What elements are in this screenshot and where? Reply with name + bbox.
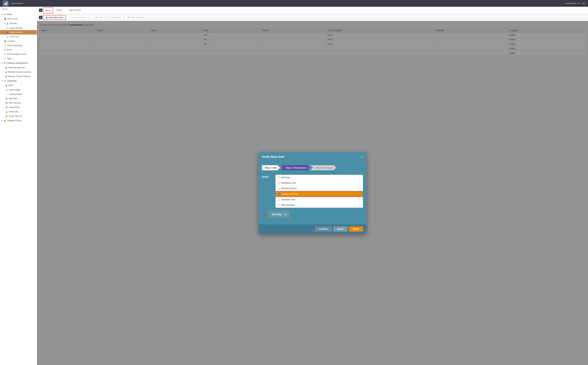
users-icon: 👥: [6, 31, 9, 34]
gear-icon: ⚙: [4, 13, 6, 15]
roles-label: Roles:: [262, 175, 272, 208]
reset-password-button[interactable]: 🔑 Reset Password: [125, 15, 147, 20]
sidebar-item-login-settings[interactable]: 🔑 Login Settings: [0, 26, 37, 30]
sidebar-item-marketo-custom-objects[interactable]: ▦ Marketo Custom Objects: [0, 74, 37, 78]
api-only-box: API Only: ☑: [269, 211, 290, 218]
sidebar-item-location[interactable]: 🌍 Location: [0, 39, 37, 43]
api-only-section: ➜ API Only: ☑: [262, 211, 363, 218]
sidebar-item-email[interactable]: ✉ Email: [0, 48, 37, 52]
tab-roles[interactable]: Roles: [54, 7, 65, 14]
step-badge-1: 1: [39, 9, 42, 12]
back-button[interactable]: BACK: [333, 226, 348, 232]
tag-icon: 🏷: [4, 57, 6, 60]
web-icon: 🌐: [5, 102, 8, 104]
role-checkbox-api-role[interactable]: [278, 176, 280, 179]
sidebar-item-marketo-custom-activities[interactable]: ▦ Marketo Custom Activities: [0, 70, 37, 74]
sidebar-group-admin[interactable]: ▾ ⚙ Admin: [0, 12, 37, 17]
sidebar-item-crm[interactable]: ▦ CRM: [0, 83, 37, 88]
roles-section: Roles: API Role Marketing User: [262, 175, 363, 208]
bulb-icon: 💡: [4, 44, 6, 47]
content-area: All users who have access to the segment…: [37, 21, 588, 365]
svg-rect-3: [7, 2, 7, 5]
wizard-step-1[interactable]: Step 1: Info: [262, 165, 280, 170]
role-checkbox-web-designer[interactable]: [278, 204, 280, 206]
sidebar-item-smart-campaign[interactable]: 💡 Smart Campaign: [0, 43, 37, 48]
license-icon: 📄: [69, 16, 72, 19]
sidebar-group-integration[interactable]: ▾ 🔗 Integration: [0, 78, 37, 83]
page-icon: 📄: [5, 93, 8, 95]
sidebar-group-database[interactable]: ▾ 🗄 Database Management: [0, 61, 37, 65]
munchkin-icon: 👾: [5, 98, 8, 100]
link-icon: 🔗: [4, 80, 6, 82]
role-item-marketo-source[interactable]: Marketo Source: [276, 186, 363, 191]
svg-rect-2: [6, 2, 7, 5]
sidebar-item-audit-trail[interactable]: 📋 Audit Trail: [0, 35, 37, 39]
next-button[interactable]: NEXT: [349, 226, 363, 232]
lock-icon: 🔒: [6, 22, 9, 25]
top-bar: segmentiodev Notifications: 12 Ilya: [0, 0, 588, 7]
grid-icon: ▦: [5, 75, 7, 77]
grid-icon: ▦: [5, 84, 7, 87]
tab-users[interactable]: Users: [43, 7, 53, 13]
role-item-sample-api-role[interactable]: Sample API Role: [276, 191, 363, 197]
sidebar-item-users-roles[interactable]: 👥 Users & Roles: [0, 30, 37, 35]
wizard-step-2[interactable]: Step 2: Permissions: [280, 165, 310, 170]
modal-close-button[interactable]: ×: [361, 155, 363, 159]
wizard-step-3[interactable]: Step 3: Message: [310, 165, 336, 170]
role-item-marketing-user[interactable]: Marketing User: [276, 180, 363, 186]
role-checkbox-marketing-user[interactable]: [278, 182, 280, 184]
sidebar-item-communication-limits[interactable]: ⊙ Communication Limits: [0, 52, 37, 56]
role-item-api-role[interactable]: API Role: [276, 175, 363, 180]
sidebar-item-munchkin[interactable]: 👾 Munchkin: [0, 96, 37, 101]
modal-body: Step 1: Info Step 2: Permissions Step 3:…: [259, 161, 366, 224]
sidebar-group-treasure-chest[interactable]: ▸ 💰 Treasure Chest: [0, 118, 37, 123]
clipboard-icon: 📋: [6, 36, 9, 38]
sidebar-item-field-management[interactable]: ▦ Field Management: [0, 65, 37, 70]
step-badge-2: 2: [39, 16, 42, 19]
sidebar: Admin... ▾ ⚙ Admin 👤 My Account ▾ 🔒 Secu…: [0, 7, 37, 365]
trash-icon: 🗑: [108, 16, 110, 19]
user-label[interactable]: Ilya: [582, 2, 585, 5]
arrow-icon: ▾: [2, 80, 3, 82]
modal-footer: CANCEL BACK NEXT: [259, 224, 366, 234]
role-checkbox-sample-api-role[interactable]: [278, 193, 280, 195]
modal-overlay: Invite New User × Step 1: Info Step: [37, 21, 588, 365]
roles-list: API Role Marketing User Marketo Source: [275, 175, 363, 208]
invite-new-user-button[interactable]: 👤 Invite New User: [43, 15, 66, 20]
sidebar-item-landing-pages[interactable]: 📄 Landing Pages: [0, 92, 37, 96]
sidebar-item-web-services[interactable]: 🌐 Web Services: [0, 101, 37, 105]
svg-rect-1: [5, 3, 6, 5]
role-checkbox-marketo-source[interactable]: [278, 187, 280, 190]
edit-user-button[interactable]: ✏ Edit User: [90, 15, 105, 20]
sidebar-item-single-sign-on[interactable]: 🔐 Single Sign-On: [0, 114, 37, 118]
issue-license-button[interactable]: 📄 Issue License ▾: [67, 15, 89, 20]
sidebar-group-security[interactable]: ▾ 🔒 Security: [0, 21, 37, 26]
top-bar-right: Notifications: 12 Ilya: [565, 2, 585, 5]
logo-icon[interactable]: [3, 0, 9, 6]
toolbar: 2 👤 Invite New User 📄 Issue License ▾ ✏ …: [37, 14, 588, 21]
notifications-label[interactable]: Notifications: 12: [565, 2, 579, 5]
sidebar-item-tags[interactable]: 🏷 Tags: [0, 56, 37, 61]
role-item-standard-user[interactable]: Standard User: [276, 197, 363, 202]
tab-login-history[interactable]: Login History: [65, 7, 84, 14]
delete-user-button[interactable]: 🗑 Delete User: [106, 15, 123, 20]
top-bar-username: segmentiodev: [11, 2, 23, 5]
key-icon: 🔑: [6, 27, 9, 29]
role-item-web-designer[interactable]: Web Designer: [276, 202, 363, 208]
layout: Admin... ▾ ⚙ Admin 👤 My Account ▾ 🔒 Secu…: [0, 7, 588, 365]
role-checkbox-standard-user[interactable]: [278, 198, 280, 201]
sidebar-item-launchpoint[interactable]: 🚀 LaunchPoint: [0, 105, 37, 110]
sidebar-item-my-account[interactable]: 👤 My Account: [0, 17, 37, 21]
sidebar-item-sales-insight[interactable]: 📊 Sales Insight: [0, 88, 37, 92]
arrow-indicator: ➜: [262, 212, 266, 217]
key-icon: 🔑: [127, 16, 130, 19]
person-icon: 👤: [4, 18, 6, 20]
cancel-button[interactable]: CANCEL: [315, 226, 332, 232]
sidebar-item-webhooks[interactable]: 🔔 Webhooks: [0, 110, 37, 114]
api-only-checkbox[interactable]: ☑: [284, 213, 287, 216]
modal-header: Invite New User ×: [259, 152, 366, 161]
arrow-icon: ▾: [2, 62, 3, 64]
sso-icon: 🔐: [5, 115, 8, 117]
arrow-icon: ▾: [4, 22, 5, 25]
invite-new-user-modal: Invite New User × Step 1: Info Step: [259, 152, 366, 234]
